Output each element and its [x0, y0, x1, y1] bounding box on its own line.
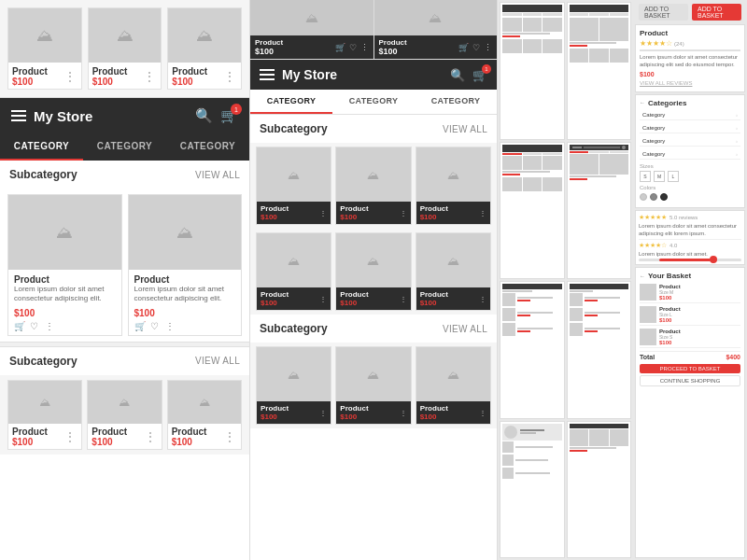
dots-menu[interactable]: ⋮ — [63, 70, 78, 83]
cart-add-icon[interactable]: 🛒 — [134, 321, 146, 331]
top-product-row: ⛰ Product $100 ⋮ ⛰ Product $100 ⋮ — [0, 0, 249, 98]
product-image: ⛰ — [8, 195, 121, 270]
product-price: $100 — [261, 413, 289, 421]
continue-shopping-btn[interactable]: CONTINUE SHOPPING — [640, 375, 740, 386]
p2-card-image: ⛰ — [250, 0, 374, 35]
heart-icon[interactable]: ♡ — [472, 43, 480, 52]
cart-badge: 1 — [482, 64, 491, 74]
dots-menu[interactable]: ⋮ — [222, 430, 237, 443]
size-option[interactable]: M — [654, 171, 665, 182]
color-swatch-light[interactable] — [640, 193, 647, 201]
dots-menu[interactable]: ⋮ — [63, 430, 78, 443]
wishlist-icon[interactable]: ♡ — [150, 321, 159, 331]
more-icon[interactable]: ⋮ — [479, 295, 486, 303]
product-image: ⛰ — [416, 147, 490, 202]
product-price: $100 — [172, 437, 207, 447]
product-name: Product — [12, 427, 48, 437]
proceed-to-basket-btn[interactable]: PROCEED TO BASKET — [640, 364, 740, 373]
more-icon[interactable]: ⋮ — [319, 209, 327, 217]
dots-menu[interactable]: ⋮ — [222, 70, 237, 83]
product-label: Product $100 ⋮ — [8, 424, 81, 449]
view-all-link[interactable]: VIEW ALL — [195, 170, 240, 180]
product-card-mini-1: ⛰ Product $100 ⋮ — [7, 380, 82, 450]
product-label-row: Product $100 ⋮ — [8, 63, 81, 89]
store-title: My Store — [282, 67, 443, 82]
category-list-item[interactable]: Category › — [640, 110, 740, 120]
p2-product-card-5: ⛰ Product $100 ⋮ — [335, 232, 411, 311]
more-options-icon[interactable]: ⋮ — [163, 321, 176, 331]
p2-category-tab-2[interactable]: CATEGORY — [332, 90, 415, 114]
cart-icon[interactable]: 🛒 1 — [220, 107, 238, 124]
dots-menu[interactable]: ⋮ — [142, 70, 157, 83]
product-image: ⛰ — [336, 233, 410, 287]
product-description: Lorem ipsum dolor sit amet consectetur a… — [134, 285, 236, 304]
product-name: Product — [340, 404, 368, 413]
product-price: $100 — [420, 213, 448, 221]
wireframe-thumb-6 — [567, 281, 632, 419]
mountain-icon: ⛰ — [56, 223, 73, 243]
search-icon[interactable]: 🔍 — [450, 68, 465, 82]
star-rating: ★★★★☆ — [640, 39, 672, 48]
search-icon[interactable]: 🔍 — [195, 107, 213, 124]
p2-product-info: Product $100 ⋮ — [416, 202, 490, 224]
color-swatch-dark[interactable] — [660, 193, 668, 201]
size-option[interactable]: S — [640, 171, 651, 182]
p2-product-grid-1: ⛰ Product $100 ⋮ ⛰ Product $100 ⋮ — [250, 143, 497, 229]
more-icon[interactable]: ⋮ — [479, 409, 486, 417]
product-description: Lorem ipsum dolor sit amet consectetur a… — [14, 285, 116, 304]
category-list-item[interactable]: Category › — [640, 123, 740, 133]
more-icon[interactable]: ⋮ — [400, 295, 407, 303]
mountain-icon: ⛰ — [447, 368, 459, 382]
more-icon[interactable]: ⋮ — [319, 409, 327, 417]
heart-icon[interactable]: ♡ — [349, 43, 357, 52]
store-title: My Store — [34, 108, 188, 124]
more-icon[interactable]: ⋮ — [484, 43, 492, 52]
wishlist-icon[interactable]: ♡ — [30, 321, 38, 331]
back-icon[interactable]: ← — [640, 100, 645, 105]
more-icon[interactable]: ⋮ — [400, 209, 407, 217]
p2-product-name: Product — [379, 38, 407, 47]
category-tab-3[interactable]: CATEGORY — [166, 133, 249, 161]
view-all-link[interactable]: VIEW ALL — [443, 324, 487, 334]
hamburger-menu[interactable] — [11, 110, 26, 121]
view-all-reviews-link[interactable]: VIEW ALL REVIEWS — [640, 80, 740, 86]
rating-text-2: 4.0 — [669, 243, 677, 248]
more-icon[interactable]: ⋮ — [360, 43, 369, 52]
more-options-icon[interactable]: ⋮ — [43, 321, 56, 331]
review-text-2: Lorem ipsum dolor sit amet. — [639, 251, 741, 257]
cart-icon[interactable]: 🛒 — [335, 43, 345, 52]
product-card-mini-3: ⛰ Product $100 ⋮ — [167, 380, 242, 450]
dots-menu[interactable]: ⋮ — [143, 430, 158, 443]
view-all-link[interactable]: VIEW ALL — [195, 356, 240, 366]
more-icon[interactable]: ⋮ — [400, 409, 407, 417]
product-image: ⛰ — [416, 233, 490, 287]
wireframe-thumb-7 — [500, 421, 565, 559]
back-basket-icon[interactable]: ← — [640, 273, 645, 279]
mountain-icon: ⛰ — [367, 368, 379, 382]
basket-buttons-area: ADD TO BASKET ADD TO BASKET — [635, 2, 745, 22]
size-option[interactable]: L — [668, 171, 679, 182]
category-list-item[interactable]: Category › — [640, 136, 740, 147]
p2-product-info: Product $100 ⋮ — [257, 202, 331, 224]
hamburger-menu[interactable] — [260, 69, 275, 80]
p2-card-icons: 🛒 ♡ ⋮ — [335, 43, 369, 52]
p2-category-tab-3[interactable]: CATEGORY — [415, 90, 497, 114]
basket-header: ← Your Basket — [640, 272, 740, 280]
add-to-basket-outline-btn[interactable]: ADD TO BASKET — [639, 4, 688, 21]
category-tab-2[interactable]: CATEGORY — [83, 133, 166, 161]
cart-add-icon[interactable]: 🛒 — [14, 321, 25, 331]
add-to-basket-btn[interactable]: ADD TO BASKET — [692, 4, 741, 21]
basket-total: $400 — [726, 354, 740, 360]
category-list-item[interactable]: Category › — [640, 149, 740, 160]
category-tab-1[interactable]: CATEGORY — [0, 133, 83, 161]
more-icon[interactable]: ⋮ — [479, 209, 486, 217]
cart-icon[interactable]: 🛒 — [458, 43, 469, 52]
cart-icon[interactable]: 🛒 1 — [472, 68, 487, 82]
p2-card-bottom: Product $100 🛒 ♡ ⋮ — [250, 35, 374, 59]
view-all-link[interactable]: VIEW ALL — [443, 124, 487, 134]
product-detail-price: $100 — [640, 71, 740, 77]
color-swatch-medium[interactable] — [650, 193, 657, 201]
p2-category-tab-1[interactable]: CATEGORY — [250, 90, 332, 114]
p2-top-cards: ⛰ Product $100 🛒 ♡ ⋮ ⛰ Product — [250, 0, 497, 60]
more-icon[interactable]: ⋮ — [319, 295, 327, 303]
